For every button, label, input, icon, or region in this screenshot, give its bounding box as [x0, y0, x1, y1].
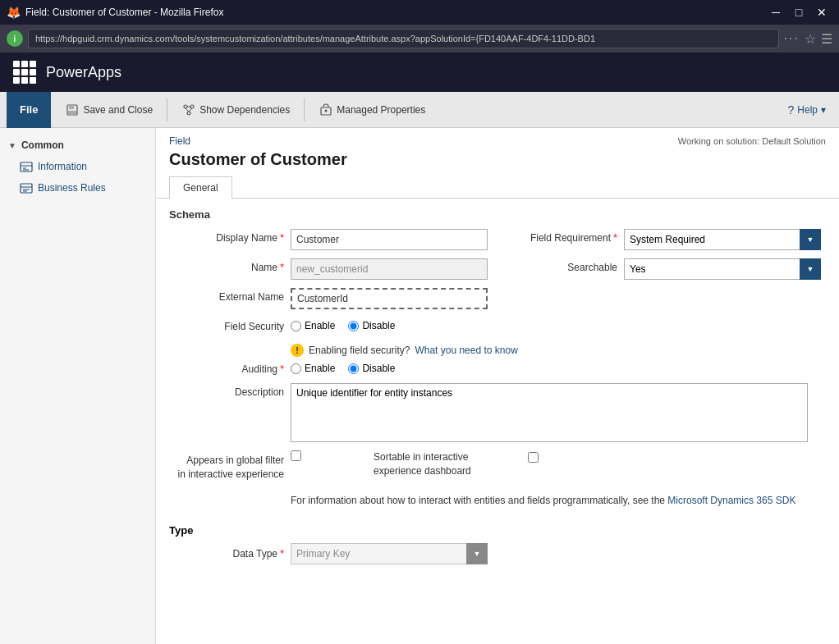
- more-options-icon[interactable]: ···: [784, 31, 800, 46]
- field-security-row: Field Security Enable Disable: [169, 317, 826, 332]
- page-title: Customer of Customer: [156, 150, 839, 176]
- display-name-input[interactable]: [291, 229, 488, 250]
- field-requirement-group: Field Requirement * System RequiredBusin…: [511, 229, 821, 250]
- menu-icon[interactable]: ☰: [821, 31, 832, 47]
- data-type-control: Primary Key: [291, 543, 488, 564]
- file-button[interactable]: File: [7, 92, 51, 128]
- waffle-menu-icon[interactable]: [13, 61, 36, 84]
- auditing-row: Auditing * Enable Disable: [169, 360, 826, 375]
- field-requirement-label: Field Requirement *: [511, 229, 617, 244]
- help-button[interactable]: ? Help ▾: [782, 100, 832, 120]
- dependencies-icon: [181, 103, 196, 117]
- field-security-enable-option[interactable]: Enable: [291, 320, 335, 331]
- global-filter-label: Appears in global filter in interactive …: [169, 450, 284, 482]
- window-title-bar: 🦊 Field: Customer of Customer - Mozilla …: [0, 0, 839, 25]
- data-type-row: Data Type * Primary Key: [169, 543, 826, 564]
- sidebar-section-common: ▼ Common: [0, 135, 155, 156]
- schema-section-title: Schema: [169, 208, 826, 221]
- maximize-button[interactable]: □: [788, 3, 809, 21]
- information-icon: [20, 160, 33, 173]
- svg-point-10: [325, 109, 328, 112]
- save-close-button[interactable]: Save and Close: [57, 96, 160, 124]
- searchable-group: Searchable YesNo: [511, 258, 821, 280]
- toolbar: File Save and Close Show Dependencies: [0, 92, 839, 128]
- global-filter-checkbox[interactable]: [291, 450, 301, 461]
- collapse-icon[interactable]: ▼: [8, 141, 16, 150]
- checkbox-row: Appears in global filter in interactive …: [169, 450, 826, 482]
- svg-rect-2: [68, 111, 76, 115]
- breadcrumb-field[interactable]: Field: [169, 135, 190, 147]
- field-requirement-select[interactable]: System RequiredBusiness RequiredOptional: [624, 229, 821, 250]
- save-icon: [65, 103, 80, 117]
- searchable-select[interactable]: YesNo: [624, 258, 821, 280]
- window-title-left: 🦊 Field: Customer of Customer - Mozilla …: [7, 6, 223, 19]
- app-header: PowerApps: [0, 53, 839, 92]
- managed-props-icon: [319, 103, 333, 117]
- what-you-need-to-know-link[interactable]: What you need to know: [415, 345, 517, 356]
- field-security-radio-group: Enable Disable: [291, 317, 395, 331]
- app-name-text: PowerApps: [46, 64, 121, 81]
- name-control: [291, 258, 488, 280]
- sdk-info-text: For information about how to interact wi…: [169, 490, 826, 511]
- svg-line-8: [189, 108, 192, 112]
- sidebar-section-label: Common: [21, 139, 64, 151]
- main-layout: ▼ Common Information Business Rules: [0, 128, 839, 644]
- sdk-link[interactable]: Microsoft Dynamics 365 SDK: [667, 495, 795, 506]
- sidebar: ▼ Common Information Business Rules: [0, 128, 156, 644]
- tab-bar: General: [156, 176, 839, 199]
- name-input[interactable]: [291, 258, 488, 280]
- external-name-row: External Name: [169, 288, 826, 309]
- window-controls: ─ □ ✕: [765, 3, 832, 21]
- auditing-disable-radio[interactable]: [348, 363, 359, 374]
- sidebar-information-label: Information: [38, 161, 87, 172]
- data-type-label: Data Type *: [169, 548, 284, 560]
- field-security-disable-radio[interactable]: [348, 321, 359, 331]
- business-rules-icon: [20, 181, 33, 194]
- svg-point-4: [190, 105, 194, 108]
- external-name-control: [291, 288, 488, 309]
- app-logo: PowerApps: [46, 64, 121, 81]
- address-bar: i ··· ☆ ☰: [0, 25, 839, 53]
- managed-properties-button[interactable]: Managed Properties: [311, 96, 433, 124]
- auditing-enable-radio[interactable]: [291, 363, 301, 374]
- auditing-enable-option[interactable]: Enable: [291, 363, 335, 374]
- show-dependencies-button[interactable]: Show Dependencies: [174, 96, 297, 124]
- sortable-checkbox[interactable]: [528, 452, 539, 463]
- external-name-input[interactable]: [291, 288, 488, 309]
- field-requirement-control: System RequiredBusiness RequiredOptional: [624, 229, 821, 250]
- tab-general[interactable]: General: [169, 176, 232, 199]
- sortable-label: Sortable in interactive experience dashb…: [374, 450, 521, 478]
- warning-icon: !: [291, 344, 304, 357]
- separator-1: [167, 98, 167, 121]
- sidebar-item-information[interactable]: Information: [0, 156, 155, 177]
- sidebar-business-rules-label: Business Rules: [38, 182, 106, 194]
- description-label: Description: [169, 383, 284, 398]
- data-type-select: Primary Key: [291, 543, 488, 564]
- external-name-label: External Name: [169, 288, 284, 303]
- help-dropdown-icon: ▾: [821, 104, 826, 116]
- form-section: Schema Display Name * Field Requirement …: [156, 199, 839, 521]
- searchable-control: YesNo: [624, 258, 821, 280]
- minimize-button[interactable]: ─: [765, 3, 786, 21]
- display-name-row: Display Name * Field Requirement * Syste…: [169, 229, 826, 250]
- window-title-text: Field: Customer of Customer - Mozilla Fi…: [25, 7, 223, 18]
- description-textarea[interactable]: Unique identifier for entity instances: [291, 383, 808, 442]
- searchable-label: Searchable: [511, 258, 617, 273]
- address-input[interactable]: [28, 29, 779, 48]
- field-security-enable-radio[interactable]: [291, 321, 301, 331]
- bookmark-icon[interactable]: ☆: [805, 31, 816, 47]
- display-name-control: [291, 229, 488, 250]
- sidebar-item-business-rules[interactable]: Business Rules: [0, 177, 155, 199]
- content-area: Field Working on solution: Default Solut…: [156, 128, 839, 644]
- breadcrumb-area: Field Working on solution: Default Solut…: [156, 128, 839, 150]
- svg-point-5: [187, 112, 190, 115]
- auditing-disable-option[interactable]: Disable: [348, 363, 395, 374]
- name-row: Name * Searchable YesNo: [169, 258, 826, 280]
- close-button[interactable]: ✕: [811, 3, 832, 21]
- field-security-warning: ! Enabling field security? What you need…: [169, 340, 826, 360]
- working-solution-text: Working on solution: Default Solution: [678, 136, 826, 146]
- auditing-radio-group: Enable Disable: [291, 360, 395, 374]
- field-security-disable-option[interactable]: Disable: [348, 320, 395, 331]
- global-filter-checkbox-control: [291, 450, 301, 461]
- field-security-label: Field Security: [169, 317, 284, 332]
